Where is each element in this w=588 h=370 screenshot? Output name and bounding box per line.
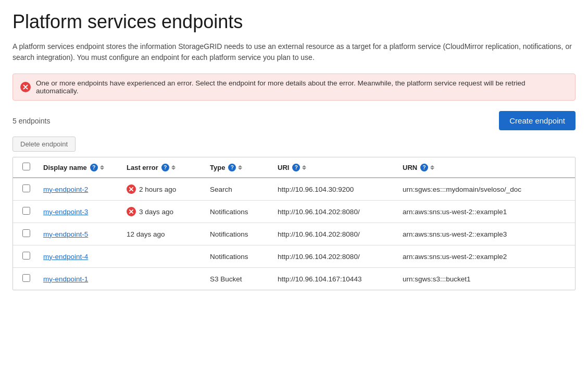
sort-down-icon xyxy=(171,168,176,170)
sort-up-icon xyxy=(238,165,242,167)
table-row: my-endpoint-512 days agoNotificationshtt… xyxy=(13,223,575,245)
row-uri: http://10.96.104.167:10443 xyxy=(273,268,398,290)
th-display-name: Display name ? xyxy=(39,157,122,178)
error-x-icon xyxy=(127,207,136,216)
row-checkbox-2[interactable] xyxy=(22,229,30,237)
row-last-error: 12 days ago xyxy=(122,223,206,245)
row-last-error xyxy=(122,245,206,268)
uri-sort[interactable] xyxy=(302,165,306,170)
row-urn: urn:sgws:es:::mydomain/sveloso/_doc xyxy=(398,178,575,201)
row-checkbox-cell xyxy=(13,201,39,223)
sort-down-icon xyxy=(430,168,434,170)
row-urn: urn:sgws:s3:::bucket1 xyxy=(398,268,575,290)
endpoint-name-link[interactable]: my-endpoint-4 xyxy=(43,253,88,261)
type-sort[interactable] xyxy=(238,165,242,170)
row-checkbox-cell xyxy=(13,245,39,268)
row-checkbox-cell xyxy=(13,268,39,290)
last-error-help-icon[interactable]: ? xyxy=(161,164,169,171)
sort-up-icon xyxy=(302,165,306,167)
endpoints-count: 5 endpoints xyxy=(12,117,50,125)
sort-up-icon xyxy=(171,165,176,167)
row-display-name[interactable]: my-endpoint-1 xyxy=(39,268,122,290)
endpoint-name-link[interactable]: my-endpoint-5 xyxy=(43,230,88,238)
row-uri: http://10.96.104.202:8080/ xyxy=(273,223,398,245)
row-display-name[interactable]: my-endpoint-3 xyxy=(39,201,122,223)
page-description: A platform services endpoint stores the … xyxy=(12,41,575,63)
row-uri: http://10.96.104.202:8080/ xyxy=(273,201,398,223)
sort-down-icon xyxy=(100,168,104,170)
row-last-error: 3 days ago xyxy=(122,201,206,223)
th-urn: URN ? xyxy=(398,157,575,178)
create-endpoint-button[interactable]: Create endpoint xyxy=(499,111,576,130)
row-checkbox-1[interactable] xyxy=(22,207,30,215)
sort-down-icon xyxy=(302,168,306,170)
error-banner: One or more endpoints have experienced a… xyxy=(12,73,576,101)
row-uri: http://10.96.104.202:8080/ xyxy=(273,245,398,268)
th-uri-label: URI xyxy=(278,164,289,171)
row-display-name[interactable]: my-endpoint-5 xyxy=(39,223,122,245)
error-banner-icon xyxy=(20,82,31,92)
row-urn: arn:aws:sns:us-west-2::example1 xyxy=(398,201,575,223)
th-type: Type ? xyxy=(206,157,273,178)
sort-up-icon xyxy=(430,165,434,167)
row-checkbox-cell xyxy=(13,178,39,201)
endpoints-table-wrapper: Display name ? Last error ? xyxy=(12,157,576,290)
error-banner-text: One or more endpoints have experienced a… xyxy=(36,79,568,95)
row-display-name[interactable]: my-endpoint-2 xyxy=(39,178,122,201)
table-row: my-endpoint-4Notificationshttp://10.96.1… xyxy=(13,245,575,268)
row-display-name[interactable]: my-endpoint-4 xyxy=(39,245,122,268)
row-urn: arn:aws:sns:us-west-2::example2 xyxy=(398,245,575,268)
row-checkbox-cell xyxy=(13,223,39,245)
uri-help-icon[interactable]: ? xyxy=(292,164,300,171)
table-row: my-endpoint-22 hours agoSearchhttp://10.… xyxy=(13,178,575,201)
row-last-error: 2 hours ago xyxy=(122,178,206,201)
row-type: Notifications xyxy=(206,245,273,268)
row-checkbox-0[interactable] xyxy=(22,184,30,192)
row-type: S3 Bucket xyxy=(206,268,273,290)
display-name-sort[interactable] xyxy=(100,165,104,170)
last-error-sort[interactable] xyxy=(171,165,176,170)
endpoint-name-link[interactable]: my-endpoint-3 xyxy=(43,208,88,216)
th-checkbox xyxy=(13,157,39,178)
row-checkbox-3[interactable] xyxy=(22,252,30,260)
table-row: my-endpoint-1S3 Buckethttp://10.96.104.1… xyxy=(13,268,575,290)
urn-help-icon[interactable]: ? xyxy=(420,164,428,171)
row-last-error xyxy=(122,268,206,290)
error-x-icon xyxy=(127,184,136,194)
endpoints-table: Display name ? Last error ? xyxy=(13,157,575,290)
table-header-row: Display name ? Last error ? xyxy=(13,157,575,178)
row-uri: http://10.96.104.30:9200 xyxy=(273,178,398,201)
th-last-error: Last error ? xyxy=(122,157,206,178)
page-title: Platform services endpoints xyxy=(12,10,576,33)
sort-down-icon xyxy=(238,168,242,170)
th-urn-label: URN xyxy=(403,164,417,171)
delete-button-area: Delete endpoint xyxy=(12,137,576,157)
select-all-checkbox[interactable] xyxy=(22,163,30,170)
error-time-text: 2 hours ago xyxy=(139,186,176,193)
delete-endpoint-button[interactable]: Delete endpoint xyxy=(12,137,76,152)
sort-up-icon xyxy=(100,165,104,167)
toolbar: 5 endpoints Create endpoint xyxy=(12,111,576,130)
type-help-icon[interactable]: ? xyxy=(228,164,236,171)
error-time-text: 12 days ago xyxy=(127,230,165,238)
row-type: Notifications xyxy=(206,223,273,245)
row-urn: arn:aws:sns:us-west-2::example3 xyxy=(398,223,575,245)
endpoint-name-link[interactable]: my-endpoint-2 xyxy=(43,186,88,193)
th-display-name-label: Display name xyxy=(43,164,87,171)
th-uri: URI ? xyxy=(273,157,398,178)
row-type: Search xyxy=(206,178,273,201)
urn-sort[interactable] xyxy=(430,165,434,170)
row-type: Notifications xyxy=(206,201,273,223)
th-last-error-label: Last error xyxy=(127,164,158,171)
display-name-help-icon[interactable]: ? xyxy=(90,164,98,171)
row-checkbox-4[interactable] xyxy=(22,274,30,282)
th-type-label: Type xyxy=(210,164,225,171)
table-row: my-endpoint-33 days agoNotificationshttp… xyxy=(13,201,575,223)
error-time-text: 3 days ago xyxy=(139,208,173,216)
endpoint-name-link[interactable]: my-endpoint-1 xyxy=(43,275,88,283)
